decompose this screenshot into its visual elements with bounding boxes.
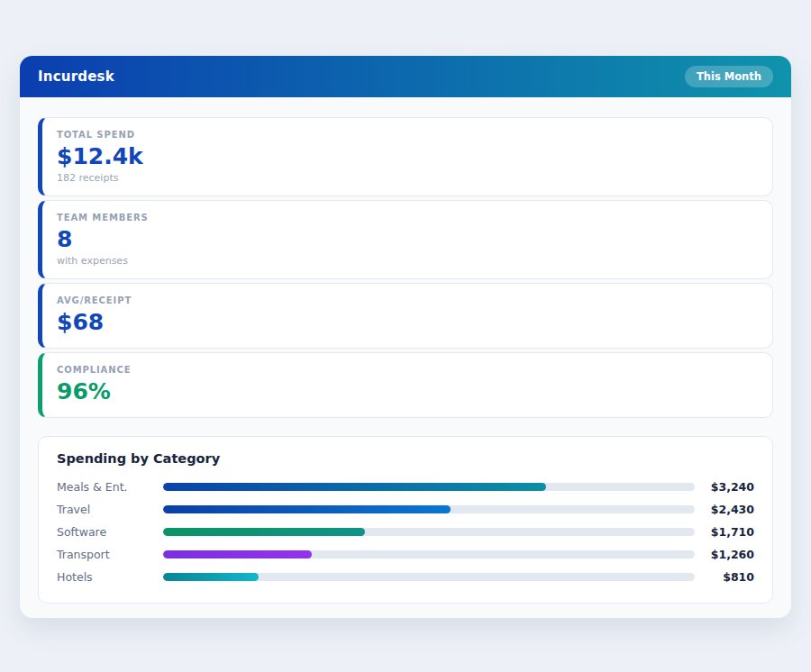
app-title: Incurdesk — [38, 68, 114, 85]
stats-section: TOTAL SPEND $12.4k 182 receipts TEAM MEM… — [20, 97, 791, 418]
stat-label: TEAM MEMBERS — [57, 211, 758, 224]
stat-card-team-members: TEAM MEMBERS 8 with expenses — [38, 200, 773, 279]
stat-card-total-spend: TOTAL SPEND $12.4k 182 receipts — [38, 117, 773, 196]
bar-fill-hotels — [163, 573, 259, 581]
value-label: $1,710 — [695, 525, 754, 539]
bar-fill-meals — [163, 483, 546, 491]
category-label: Hotels — [57, 570, 163, 584]
category-label: Travel — [57, 503, 163, 516]
stat-value: 96% — [57, 377, 758, 406]
stat-subtext: with expenses — [57, 254, 758, 268]
category-label: Transport — [57, 548, 163, 561]
stat-value: 8 — [57, 224, 758, 254]
value-label: $1,260 — [695, 548, 754, 561]
dashboard-panel: Incurdesk This Month TOTAL SPEND $12.4k … — [20, 56, 791, 618]
stat-label: AVG/RECEIPT — [57, 294, 758, 307]
chart-row-software: Software $1,710 — [57, 521, 754, 543]
stat-card-avg-receipt: AVG/RECEIPT $68 — [38, 283, 773, 349]
stat-label: COMPLIANCE — [57, 363, 758, 377]
chart-title: Spending by Category — [57, 451, 754, 466]
spending-by-category-card: Spending by Category Meals & Ent. $3,240… — [38, 436, 773, 604]
value-label: $3,240 — [695, 480, 754, 494]
bar-track — [163, 483, 695, 491]
chart-row-transport: Transport $1,260 — [57, 543, 754, 566]
chart-row-hotels: Hotels $810 — [57, 566, 754, 588]
bar-fill-travel — [163, 505, 451, 513]
bar-track — [163, 505, 695, 513]
stat-value: $12.4k — [57, 141, 758, 171]
stat-label: TOTAL SPEND — [57, 128, 758, 141]
bar-track — [163, 550, 695, 558]
category-label: Software — [57, 525, 163, 539]
stat-value: $68 — [57, 307, 758, 337]
bar-track — [163, 573, 695, 581]
this-month-badge[interactable]: This Month — [685, 66, 773, 87]
app-header: Incurdesk This Month — [20, 56, 791, 97]
bar-fill-transport — [163, 550, 312, 558]
stat-subtext: 182 receipts — [57, 171, 758, 185]
category-label: Meals & Ent. — [57, 480, 163, 494]
bar-fill-software — [163, 528, 365, 536]
bar-track — [163, 528, 695, 536]
value-label: $810 — [695, 570, 754, 584]
chart-row-travel: Travel $2,430 — [57, 498, 754, 521]
chart-row-meals: Meals & Ent. $3,240 — [57, 476, 754, 498]
value-label: $2,430 — [695, 503, 754, 516]
stat-card-compliance: COMPLIANCE 96% — [38, 352, 773, 418]
